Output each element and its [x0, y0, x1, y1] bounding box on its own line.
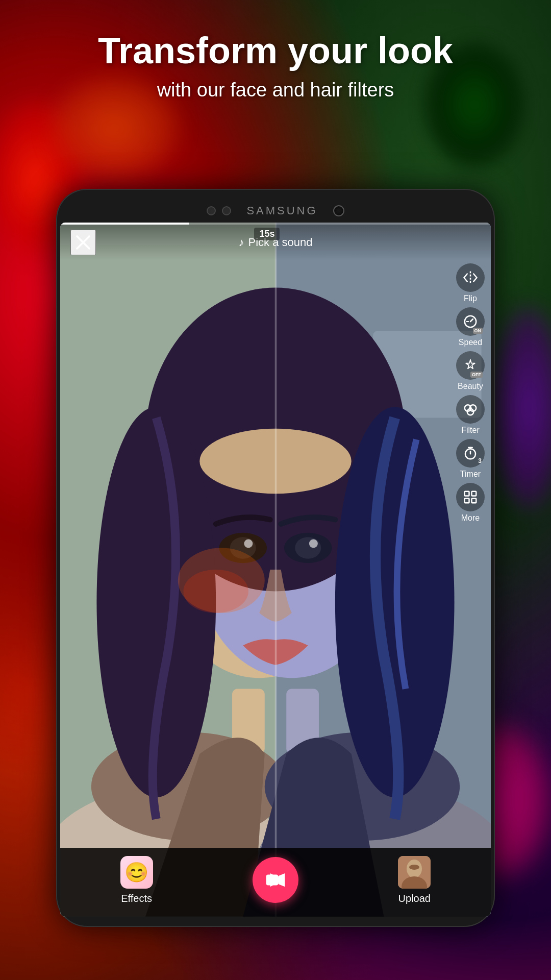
beauty-label: Beauty [458, 382, 483, 391]
progress-bar [60, 223, 491, 225]
header-section: Transform your look with our face and ha… [0, 31, 551, 101]
upload-label: Upload [398, 893, 431, 904]
filter-label: Filter [461, 426, 480, 435]
svg-point-22 [183, 570, 248, 613]
speed-badge: ON [473, 328, 483, 334]
right-controls: Flip ON Speed [456, 263, 485, 523]
flip-control[interactable]: Flip [456, 263, 485, 303]
more-icon [463, 489, 478, 505]
more-control[interactable]: More [456, 483, 485, 523]
svg-rect-37 [266, 875, 279, 886]
speed-control[interactable]: ON Speed [456, 307, 485, 347]
progress-fill [60, 223, 189, 225]
phone-wrapper: SAMSUNG [56, 189, 495, 927]
beauty-control[interactable]: OFF Beauty [456, 351, 485, 391]
close-icon [74, 233, 92, 252]
timer-icon-circle: 3 [456, 439, 485, 468]
effects-icon: 😊 [120, 856, 153, 889]
svg-marker-38 [278, 873, 285, 887]
phone-frame: SAMSUNG [56, 189, 495, 927]
speed-label: Speed [459, 338, 482, 347]
record-button[interactable] [253, 857, 298, 903]
main-title: Transform your look [20, 31, 531, 71]
timer-label: Timer [460, 470, 481, 479]
svg-rect-34 [472, 499, 477, 503]
camera-dot-2 [222, 206, 231, 215]
more-label: More [461, 513, 480, 523]
beauty-icon-circle: OFF [456, 351, 485, 380]
record-icon [265, 869, 286, 891]
phone-hardware-bar: SAMSUNG [60, 204, 491, 217]
flip-icon [463, 270, 478, 285]
timer-icon [463, 446, 478, 461]
svg-point-42 [409, 865, 419, 870]
beauty-icon [463, 358, 478, 373]
svg-point-20 [309, 539, 318, 548]
filter-control[interactable]: Filter [456, 395, 485, 435]
brand-logo: SAMSUNG [246, 204, 317, 217]
music-icon: ♪ [239, 236, 244, 249]
upload-thumbnail [398, 856, 431, 889]
timer-badge: 15s [254, 228, 280, 240]
upload-thumb-image [398, 856, 431, 889]
camera-sensors [207, 206, 231, 215]
close-button[interactable] [70, 230, 96, 255]
svg-rect-32 [472, 492, 477, 496]
svg-point-17 [244, 539, 253, 548]
front-camera [333, 205, 344, 216]
svg-rect-33 [465, 499, 469, 503]
timer-num-badge: 3 [478, 457, 482, 464]
effects-label: Effects [121, 893, 152, 904]
camera-view [60, 223, 491, 917]
speed-icon-circle: ON [456, 307, 485, 336]
phone-screen: 15s ♪ Pick a sound [60, 223, 491, 917]
beauty-badge: OFF [470, 372, 483, 378]
speed-icon [463, 314, 478, 329]
filter-icon [463, 402, 478, 417]
flip-label: Flip [464, 294, 477, 303]
screen-bottom-bar: 😊 Effects [60, 848, 491, 917]
svg-rect-31 [465, 492, 469, 496]
svg-point-19 [295, 537, 321, 558]
more-icon-circle [456, 483, 485, 511]
split-line [276, 223, 277, 917]
upload-button[interactable]: Upload [398, 856, 431, 904]
sub-title: with our face and hair filters [20, 79, 531, 101]
timer-control[interactable]: 3 Timer [456, 439, 485, 479]
filter-icon-circle [456, 395, 485, 424]
effects-button[interactable]: 😊 Effects [120, 856, 153, 904]
effects-emoji: 😊 [124, 861, 148, 884]
flip-icon-circle [456, 263, 485, 292]
camera-dot-1 [207, 206, 216, 215]
screen-top-nav: 15s ♪ Pick a sound [60, 223, 491, 260]
